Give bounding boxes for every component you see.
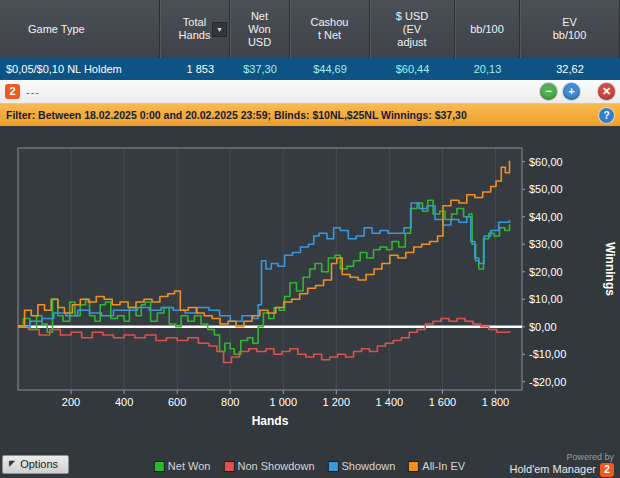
svg-text:1 800: 1 800	[482, 396, 510, 408]
options-label: Options	[20, 458, 58, 470]
cell-usd-ev-adjust: $60,44	[370, 63, 455, 75]
column-header-cashout-net[interactable]: Cashou t Net	[290, 0, 370, 58]
svg-text:400: 400	[115, 396, 133, 408]
svg-text:$40,00: $40,00	[529, 211, 563, 223]
graph-window-title: ---	[26, 86, 40, 98]
legend-swatch	[409, 462, 418, 471]
powered-by-text: Powered by	[510, 452, 614, 463]
column-header-total-hands[interactable]: Total Hands ▼	[160, 0, 230, 58]
cell-cashout-net: $44,69	[290, 63, 370, 75]
options-icon: ◤	[9, 459, 15, 468]
svg-text:Hands: Hands	[252, 414, 289, 428]
svg-text:Winnings: Winnings	[603, 242, 617, 296]
svg-text:1 400: 1 400	[376, 396, 404, 408]
svg-text:$50,00: $50,00	[529, 183, 563, 195]
legend-label: Non Showdown	[237, 460, 314, 472]
legend-item-net-won: Net Won	[155, 460, 211, 472]
column-header-usd-ev-adjust[interactable]: $ USD (EV adjust	[370, 0, 455, 58]
svg-text:800: 800	[221, 396, 239, 408]
cell-ev-bb100: 32,62	[520, 63, 620, 75]
svg-text:1 600: 1 600	[429, 396, 457, 408]
expand-button[interactable]: +	[563, 83, 580, 100]
hm2-app-icon: 2	[5, 84, 20, 99]
legend-item-non-showdown: Non Showdown	[224, 460, 314, 472]
powered-by-block: Powered by Hold'em Manager 2	[510, 452, 620, 477]
svg-text:-$10,00: -$10,00	[529, 348, 566, 360]
close-button[interactable]: ✕	[598, 83, 615, 100]
legend-swatch	[224, 462, 233, 471]
column-header-bb100[interactable]: bb/100	[455, 0, 520, 58]
help-icon[interactable]: ?	[599, 108, 614, 123]
svg-text:$10,00: $10,00	[529, 293, 563, 305]
brand-name: Hold'em Manager	[510, 464, 596, 475]
svg-text:1 000: 1 000	[269, 396, 297, 408]
winnings-chart-area: 2004006008001 0001 2001 4001 6001 800$60…	[0, 126, 620, 478]
filter-bar: Filter: Between 18.02.2025 0:00 and 20.0…	[0, 104, 620, 126]
legend-swatch	[329, 462, 338, 471]
svg-text:$60,00: $60,00	[529, 156, 563, 168]
winnings-graph: 2004006008001 0001 2001 4001 6001 800$60…	[0, 126, 620, 446]
graph-window-titlebar: 2 --- − + ✕	[0, 80, 620, 104]
collapse-button[interactable]: −	[540, 83, 557, 100]
column-header-ev-bb100[interactable]: EV bb/100	[520, 0, 620, 58]
chart-footer: ◤ Options Net WonNon ShowdownShowdownAll…	[0, 449, 620, 478]
legend-label: Showdown	[342, 460, 396, 472]
filter-summary-text: Filter: Between 18.02.2025 0:00 and 20.0…	[6, 109, 467, 121]
legend-item-showdown: Showdown	[329, 460, 396, 472]
table-row-nl-holdem[interactable]: $0,05/$0,10 NL Holdem 1 853 $37,30 $44,6…	[0, 58, 620, 80]
chart-legend: Net WonNon ShowdownShowdownAll-In EV	[148, 460, 472, 472]
results-table-header: Game Type Total Hands ▼ Net Won USD Cash…	[0, 0, 620, 58]
options-button[interactable]: ◤ Options	[2, 455, 69, 474]
legend-swatch	[155, 462, 164, 471]
cell-game-type: $0,05/$0,10 NL Holdem	[0, 63, 160, 75]
cell-bb100: 20,13	[455, 63, 520, 75]
svg-text:600: 600	[168, 396, 186, 408]
column-header-game-type[interactable]: Game Type	[0, 0, 160, 58]
svg-text:$0,00: $0,00	[529, 321, 557, 333]
holdem-manager-report-window: Game Type Total Hands ▼ Net Won USD Cash…	[0, 0, 620, 478]
cell-total-hands: 1 853	[160, 63, 230, 75]
svg-text:200: 200	[62, 396, 80, 408]
svg-text:$30,00: $30,00	[529, 238, 563, 250]
sort-arrow-icon[interactable]: ▼	[212, 22, 227, 37]
svg-text:1 200: 1 200	[323, 396, 351, 408]
legend-label: All-In EV	[422, 460, 465, 472]
column-header-net-won-usd[interactable]: Net Won USD	[230, 0, 290, 58]
svg-text:$20,00: $20,00	[529, 266, 563, 278]
legend-label: Net Won	[168, 460, 211, 472]
cell-net-won-usd: $37,30	[230, 63, 290, 75]
hm2-brand-icon: 2	[600, 463, 614, 477]
column-header-total-hands-label: Total Hands	[179, 16, 211, 42]
legend-item-all-in-ev: All-In EV	[409, 460, 465, 472]
svg-text:-$20,00: -$20,00	[529, 376, 566, 388]
